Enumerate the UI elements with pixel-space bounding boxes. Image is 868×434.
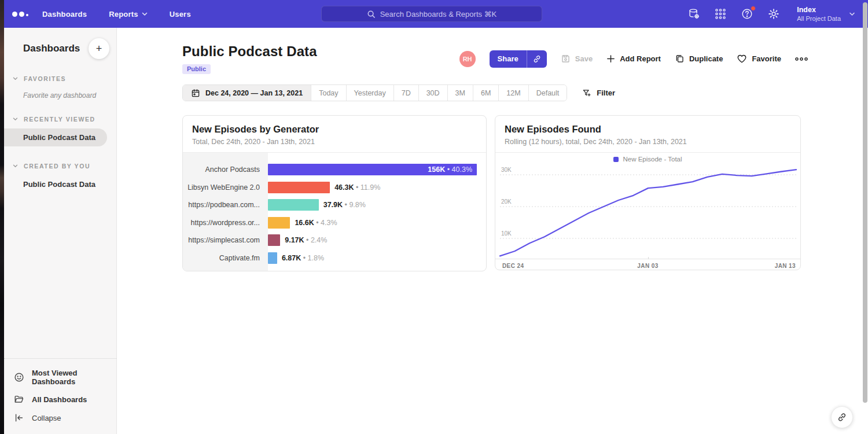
- collapse-icon: [14, 413, 24, 423]
- bar-value-label: 9.17K • 2.4%: [285, 236, 327, 244]
- search-input[interactable]: Search Dashboards & Reports ⌘K: [321, 6, 542, 22]
- bar-segment[interactable]: [268, 252, 277, 264]
- bar-row[interactable]: https://wordpress.or...16.6K • 4.3%: [183, 214, 486, 232]
- bar-segment[interactable]: [268, 234, 280, 246]
- nav-item-label: Users: [170, 10, 191, 19]
- data-source-icon[interactable]: [687, 7, 701, 21]
- sidebar: Dashboards + FAVORITES Favorite any dash…: [4, 28, 117, 434]
- settings-gear-icon[interactable]: [767, 7, 781, 21]
- duplicate-button[interactable]: Duplicate: [675, 54, 723, 64]
- preset-today[interactable]: Today: [311, 85, 346, 101]
- chevron-down-icon: [849, 12, 855, 16]
- save-icon: [561, 54, 571, 64]
- bar-value-label: 156K • 40.3%: [428, 165, 472, 174]
- date-range-picker[interactable]: Dec 24, 2020 — Jan 13, 2021: [183, 85, 311, 101]
- favorite-button[interactable]: Favorite: [737, 54, 781, 64]
- preset-6m[interactable]: 6M: [473, 85, 499, 101]
- add-report-label: Add Report: [620, 54, 661, 63]
- bar-category-label: https://wordpress.or...: [183, 219, 268, 227]
- bar-row[interactable]: Libsyn WebEngine 2.046.3K • 11.9%: [183, 179, 486, 197]
- chevron-down-icon: [13, 164, 18, 168]
- footer-link-label: Most Viewed Dashboards: [32, 369, 111, 386]
- section-label: FAVORITES: [24, 75, 66, 82]
- filter-label: Filter: [597, 89, 615, 97]
- chevron-down-icon: [13, 117, 18, 121]
- chevron-down-icon: [13, 77, 18, 80]
- x-tick-label: DEC 24: [502, 263, 524, 269]
- more-options-button[interactable]: [795, 57, 808, 61]
- background-window-sliver: [0, 0, 4, 434]
- bar-row[interactable]: https://simplecast.com9.17K • 2.4%: [183, 231, 486, 249]
- nav-item-dashboards[interactable]: Dashboards: [42, 10, 87, 19]
- save-label: Save: [575, 54, 593, 63]
- preset-7d[interactable]: 7D: [394, 85, 419, 101]
- section-label: CREATED BY YOU: [24, 163, 90, 170]
- preset-yesterday[interactable]: Yesterday: [347, 85, 394, 101]
- nav-item-label: Dashboards: [42, 10, 87, 19]
- legend-label: New Episode - Total: [623, 156, 682, 163]
- add-report-button[interactable]: Add Report: [606, 54, 661, 63]
- x-axis: DEC 24 JAN 03 JAN 13: [495, 259, 800, 270]
- favorite-label: Favorite: [752, 54, 781, 63]
- section-recently-viewed[interactable]: RECENTLY VIEWED: [4, 116, 116, 123]
- nav-item-reports[interactable]: Reports: [109, 10, 148, 19]
- app-logo-icon[interactable]: [12, 12, 28, 17]
- x-tick-mark: [648, 257, 649, 259]
- page-title: Public Podcast Data: [182, 43, 317, 60]
- filter-button[interactable]: Filter: [582, 89, 615, 98]
- chart-title: New Episodes Found: [505, 124, 791, 135]
- sidebar-item-public-podcast-data[interactable]: Public Podcast Data: [4, 128, 107, 146]
- y-tick-label: 10K: [501, 230, 512, 237]
- calendar-icon: [191, 89, 200, 98]
- duplicate-label: Duplicate: [689, 54, 723, 63]
- preset-default[interactable]: Default: [529, 85, 567, 101]
- sidebar-title: Dashboards: [23, 43, 80, 54]
- page-scrollbar: [863, 0, 867, 434]
- bar-category-label: Anchor Podcasts: [183, 165, 268, 174]
- share-button[interactable]: Share: [490, 50, 527, 68]
- chart-legend[interactable]: New Episode - Total: [495, 153, 800, 165]
- section-favorites[interactable]: FAVORITES: [4, 75, 116, 82]
- bar-row[interactable]: Anchor Podcasts156K • 40.3%: [183, 161, 486, 179]
- help-icon[interactable]: [740, 7, 754, 21]
- favorites-empty-state: Favorite any dashboard: [4, 82, 116, 100]
- most-viewed-dashboards-link[interactable]: Most Viewed Dashboards: [4, 365, 116, 390]
- preset-12m[interactable]: 12M: [499, 85, 528, 101]
- section-created-by-you[interactable]: CREATED BY YOU: [4, 163, 116, 170]
- project-name: Index: [797, 6, 841, 14]
- avatar[interactable]: RH: [459, 51, 476, 67]
- line-plot[interactable]: 10K20K30K: [498, 165, 799, 259]
- nav-item-label: Reports: [109, 10, 138, 19]
- x-tick-label: JAN 03: [637, 263, 658, 269]
- copy-link-button[interactable]: [527, 50, 547, 68]
- legend-swatch: [613, 157, 619, 162]
- heart-icon: [737, 54, 747, 64]
- top-nav: Dashboards Reports Users Search Dashboar…: [4, 0, 868, 28]
- sidebar-item-public-podcast-data-created[interactable]: Public Podcast Data: [4, 175, 116, 193]
- bar-segment[interactable]: [268, 217, 290, 229]
- scrollbar-thumb[interactable]: [863, 2, 867, 403]
- floating-copy-link-button[interactable]: [831, 406, 853, 428]
- preset-3m[interactable]: 3M: [448, 85, 473, 101]
- add-dashboard-button[interactable]: +: [89, 38, 109, 59]
- all-dashboards-link[interactable]: All Dashboards: [4, 390, 116, 409]
- bar-segment[interactable]: 156K • 40.3%: [268, 164, 477, 175]
- share-button-group: Share: [490, 50, 547, 68]
- bar-track: 9.17K • 2.4%: [268, 231, 486, 249]
- bar-segment[interactable]: [268, 182, 330, 193]
- bar-row[interactable]: Captivate.fm6.87K • 1.8%: [183, 249, 486, 267]
- apps-grid-icon[interactable]: [713, 7, 727, 21]
- collapse-sidebar-button[interactable]: Collapse: [4, 409, 116, 427]
- chart-title: New Episodes by Generator: [192, 124, 477, 135]
- nav-item-users[interactable]: Users: [170, 10, 191, 19]
- y-tick-label: 20K: [501, 198, 512, 205]
- bar-row[interactable]: https://podbean.com...37.9K • 9.8%: [183, 196, 486, 214]
- bar-chart-card: New Episodes by Generator Total, Dec 24t…: [182, 115, 487, 271]
- preset-30d[interactable]: 30D: [419, 85, 448, 101]
- save-button[interactable]: Save: [561, 54, 593, 64]
- chart-subtitle: Rolling (12 hours), total, Dec 24th, 202…: [505, 138, 791, 146]
- date-toolbar: Dec 24, 2020 — Jan 13, 2021 Today Yester…: [182, 84, 808, 101]
- chart-subtitle: Total, Dec 24th, 2020 - Jan 13th, 2021: [192, 138, 477, 146]
- bar-segment[interactable]: [268, 199, 319, 211]
- project-switcher[interactable]: Index All Project Data: [797, 6, 855, 23]
